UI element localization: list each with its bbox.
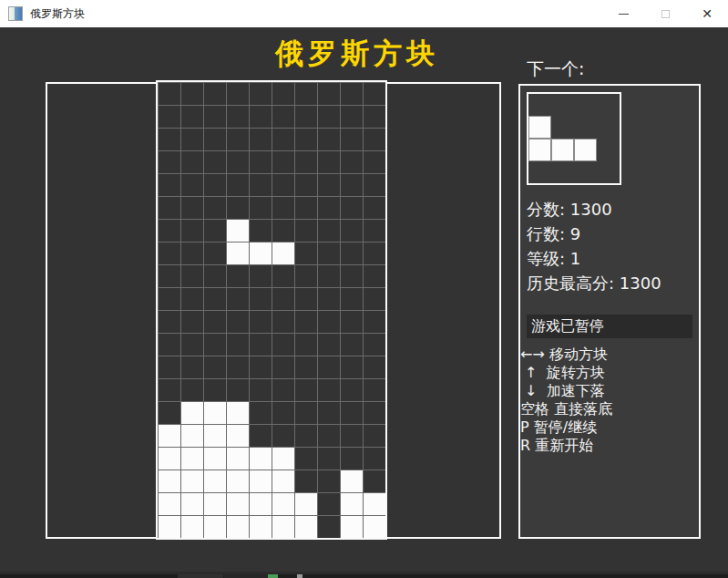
game-board: [156, 80, 387, 540]
board-cell: [203, 424, 226, 447]
board-cell: [180, 401, 203, 424]
minimize-icon: [619, 14, 629, 15]
maximize-icon: [661, 10, 670, 18]
next-piece-preview: [527, 92, 621, 185]
board-cell: [180, 470, 203, 492]
board-cell: [249, 492, 272, 515]
window-title: 俄罗斯方块: [30, 0, 85, 27]
status-text: 游戏已暂停: [531, 317, 604, 335]
board-cell: [272, 515, 294, 538]
taskbar-app-1[interactable]: [178, 574, 223, 578]
control-hint-line: ↓ 加速下落: [520, 382, 612, 400]
control-hint-line: R 重新开始: [520, 437, 612, 455]
board-cell: [226, 219, 249, 242]
control-hint-line: P 暂停/继续: [520, 418, 612, 437]
next-piece-cell: [528, 116, 551, 139]
board-cell: [272, 470, 294, 492]
titlebar: 俄罗斯方块 ✕: [0, 0, 728, 27]
close-icon: ✕: [702, 7, 713, 20]
board-cell: [180, 492, 203, 515]
stat-line: 等级: 1: [527, 251, 661, 267]
game-window-content: 俄罗斯方块 下一个: 分数: 1300行数: 9等级: 1历史最高分: 1300…: [0, 27, 728, 572]
board-cell: [158, 424, 180, 447]
next-piece-cell: [551, 139, 574, 161]
control-hint-line: ←→ 移动方块: [520, 346, 612, 364]
board-cell: [340, 492, 363, 515]
board-cell: [226, 515, 249, 538]
board-cell: [158, 447, 180, 470]
board-cell: [226, 242, 249, 264]
control-hint-line: 空格 直接落底: [520, 400, 612, 418]
taskbar[interactable]: [0, 574, 728, 578]
board-cell: [203, 447, 226, 470]
stat-line: 行数: 9: [527, 226, 661, 243]
board-cell: [226, 401, 249, 424]
board-cell: [340, 515, 363, 538]
maximize-button[interactable]: [644, 0, 686, 27]
board-cell: [180, 515, 203, 538]
board-cell: [363, 515, 385, 538]
board-cell: [158, 470, 180, 492]
board-cell: [226, 470, 249, 492]
control-hint-line: ↑ 旋转方块: [520, 364, 612, 382]
board-cell: [340, 470, 363, 492]
board-cell: [226, 424, 249, 447]
board-cell: [180, 447, 203, 470]
board-cell: [180, 424, 203, 447]
stat-line: 分数: 1300: [527, 201, 661, 218]
board-cell: [203, 470, 226, 492]
board-cell: [203, 515, 226, 538]
app-icon: [8, 6, 23, 21]
stats-list: 分数: 1300行数: 9等级: 1历史最高分: 1300: [527, 201, 661, 300]
board-cell: [272, 447, 294, 470]
board-cell: [158, 515, 180, 538]
board-cell: [249, 447, 272, 470]
board-cell: [272, 492, 294, 515]
screen: 俄罗斯方块 ✕ 俄罗斯方块 下一个: 分数: 1300行数: 9等级: 1历史最…: [0, 0, 728, 578]
close-button[interactable]: ✕: [686, 0, 728, 27]
board-cell: [294, 515, 317, 538]
taskbar-icon-gray[interactable]: [297, 574, 302, 578]
taskbar-app-2[interactable]: [224, 574, 269, 578]
board-cell: [249, 242, 272, 264]
minimize-button[interactable]: [602, 0, 644, 27]
next-piece-cell: [528, 139, 551, 161]
board-cells: [158, 82, 385, 538]
stat-line: 历史最高分: 1300: [527, 275, 661, 292]
board-cell: [226, 492, 249, 515]
board-cell: [226, 447, 249, 470]
controls-help: ←→ 移动方块 ↑ 旋转方块 ↓ 加速下落空格 直接落底P 暂停/继续R 重新开…: [520, 346, 612, 455]
page-title: 俄罗斯方块: [0, 35, 714, 73]
board-cell: [363, 492, 385, 515]
next-piece-label: 下一个:: [527, 57, 584, 81]
board-cell: [249, 470, 272, 492]
board-cell: [158, 492, 180, 515]
board-cell: [203, 401, 226, 424]
status-box: 游戏已暂停: [527, 315, 692, 338]
board-cell: [294, 492, 317, 515]
board-cell: [272, 242, 294, 264]
board-cell: [203, 492, 226, 515]
taskbar-icon-green[interactable]: [268, 574, 278, 578]
next-piece-cell: [574, 139, 597, 161]
board-cell: [249, 515, 272, 538]
